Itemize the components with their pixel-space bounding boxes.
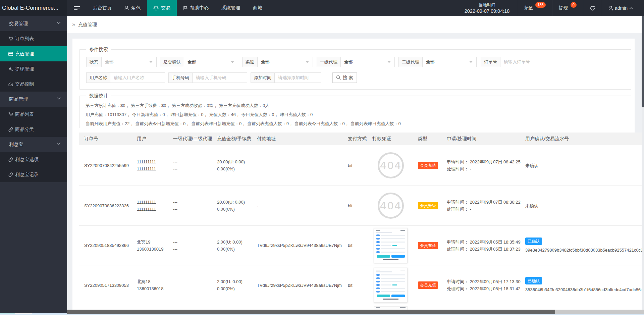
nav-item-roles[interactable]: 角色 <box>118 0 147 16</box>
process-time: 处理时间： 2022年09月05日 18:37:23 <box>447 246 521 253</box>
collapse-menu-button[interactable] <box>67 0 87 16</box>
recharge-amount: 20.00(U: 0.00) <box>217 158 245 165</box>
card-icon <box>8 52 13 56</box>
select-agent-level2[interactable]: 二级代理全部 <box>398 57 477 67</box>
sidebar-group-lixibao[interactable]: 利息宝 <box>0 137 67 152</box>
sidebar-group-goods-manage[interactable]: 商品管理 <box>0 92 67 107</box>
agent-level2-value: --- <box>173 165 177 172</box>
order-number: SY2209051713309053 <box>84 265 129 305</box>
sidebar-item-trade-control[interactable]: 交易控制 <box>0 76 67 92</box>
payment-address: - <box>257 186 258 225</box>
agent-level2-value: --- <box>173 206 177 213</box>
table-header: 订单号用户一级代理/二级代理充值金额/手续费付款地址支付方式打款凭证类型申请/处… <box>79 133 642 145</box>
table-row: SY2209070842255599111111111111111111----… <box>79 145 642 186</box>
sidebar-item-recharge-manage[interactable]: 充值管理 <box>0 46 67 61</box>
nav-item-trade[interactable]: 交易 <box>147 0 177 16</box>
search-button[interactable]: 搜 索 <box>332 72 357 83</box>
withdraw-badge: 0 <box>571 2 577 8</box>
nav-item-label: 交易 <box>161 5 170 11</box>
voucher-thumbnail[interactable] <box>374 268 408 303</box>
username-input[interactable] <box>110 73 165 83</box>
apply-time: 申请时间： 2022年09月07日 08:42:25 <box>447 158 521 165</box>
nav-item-system[interactable]: 系统管理 <box>215 0 247 16</box>
add-time-input[interactable] <box>275 73 321 83</box>
sidebar-item-label: 交易控制 <box>15 81 34 87</box>
person-icon <box>124 6 129 10</box>
column-header-order: 订单号 <box>84 133 98 145</box>
order-no-input[interactable] <box>500 57 555 67</box>
recharge-amount: 2.00(U: 0.00) <box>217 278 243 285</box>
column-header-address: 付款地址 <box>257 133 276 145</box>
nav-item-home[interactable]: 后台首页 <box>87 0 118 16</box>
voucher-404-placeholder: 404 <box>378 152 404 178</box>
column-header-voucher: 打款凭证 <box>372 133 391 145</box>
vertical-scrollbar[interactable] <box>642 16 644 315</box>
agents-cell: ------ <box>173 145 177 186</box>
horizontal-scrollbar-thumb[interactable] <box>67 310 555 314</box>
nav-item-help[interactable]: 帮助中心 <box>177 0 215 16</box>
select-label: 一级代理 <box>317 57 341 67</box>
sidebar-item-withdraw-manage[interactable]: 提现管理 <box>0 61 67 76</box>
chevron-down-icon <box>231 61 234 63</box>
sidebar-item-goods-category[interactable]: 商品分类 <box>0 122 67 137</box>
column-header-time: 申请/处理时间 <box>447 133 476 145</box>
top-navbar: Global E-Commerce... 后台首页角色交易帮助中心系统管理商城 … <box>0 0 644 16</box>
chevron-down-icon <box>469 61 473 63</box>
user-phone: 111111111 <box>137 165 156 172</box>
recharge-nav-label: 充值 <box>524 5 533 11</box>
chevron-down-icon <box>306 61 309 63</box>
select-confirmed[interactable]: 是否确认全部 <box>160 57 238 67</box>
select-agent-level1[interactable]: 一级代理全部 <box>317 57 395 67</box>
type-badge: 会员充值 <box>418 242 438 249</box>
sidebar-item-lixibao-options[interactable]: 利息宝选项 <box>0 152 67 167</box>
column-header-amount: 充值金额/手续费 <box>217 133 251 145</box>
sidebar-item-lixibao-records[interactable]: 利息宝记录 <box>0 167 67 182</box>
confirm-badge: 已确认 <box>525 238 542 245</box>
input-label: 手机号码 <box>169 73 193 83</box>
sidebar-group-label: 利息宝 <box>9 142 23 148</box>
vertical-scrollbar-thumb[interactable] <box>642 16 644 107</box>
refresh-button[interactable] <box>583 0 602 16</box>
sidebar-group-trade-manage[interactable]: 交易管理 <box>0 16 67 31</box>
stats-line-2: 用户充值：10113307， 今日新增充值：0， 昨日新增充值：0， 充值人数：… <box>86 112 313 117</box>
stats-line-1: 第三方累计充值：$0， 第三方手续费：$0， 第三方成功收款：0笔， 第三方充值… <box>86 103 269 108</box>
sidebar-item-goods-list[interactable]: 商品列表 <box>0 107 67 122</box>
column-header-agents: 一级代理/二级代理 <box>173 133 212 145</box>
refresh-icon <box>590 5 595 11</box>
confirm-cell: 已确认3536046b34f3e32904636db3b1f6d856cd3bf… <box>525 265 642 305</box>
user-phone: 13600136019 <box>137 246 164 253</box>
user-name: 111111111 <box>137 199 156 206</box>
input-label: 订单号 <box>481 57 500 67</box>
recharge-nav-button[interactable]: 充值135 <box>517 0 552 16</box>
horizontal-scrollbar[interactable] <box>67 310 644 314</box>
user-menu[interactable]: admin <box>602 0 639 16</box>
column-header-method: 支付方式 <box>348 133 367 145</box>
select-value: 全部 <box>102 57 156 67</box>
amount-cell: 20.00(U: 0.00)0.00(0%) <box>217 186 245 225</box>
type-cell: 会员充值 <box>418 226 438 265</box>
agents-cell: ------ <box>173 265 177 305</box>
confirm-status: 未确认 <box>525 162 538 169</box>
select-channel[interactable]: 渠道全部 <box>242 57 313 67</box>
sidebar-item-order-list[interactable]: 订单列表 <box>0 31 67 46</box>
page-title: 充值管理 <box>78 16 97 33</box>
voucher-thumbnail[interactable] <box>374 228 408 263</box>
user-phone: 111111111 <box>137 206 156 213</box>
username: admin <box>615 5 628 11</box>
type-badge: 会员充值 <box>418 162 438 169</box>
select-status[interactable]: 状态全部 <box>86 57 157 67</box>
time-cell: 申请时间： 2022年09月07日 08:42:25处理时间： - <box>447 145 521 186</box>
nav-item-label: 帮助中心 <box>190 5 209 11</box>
agent-level1-value: --- <box>173 239 177 246</box>
stats-fieldset-legend: 数据统计 <box>86 93 111 99</box>
nav-item-mall[interactable]: 商城 <box>247 0 269 16</box>
amount-cell: 2.00(U: 0.00)0.00(0%) <box>217 226 243 265</box>
column-header-user: 用户 <box>137 133 146 145</box>
withdraw-nav-button[interactable]: 提现0 <box>552 0 583 16</box>
link-icon <box>8 127 13 132</box>
user-icon <box>608 6 613 11</box>
sidebar: 交易管理订单列表充值管理提现管理交易控制商品管理商品列表商品分类利息宝利息宝选项… <box>0 16 67 313</box>
phone-input[interactable] <box>193 73 247 83</box>
order-number: SY2209051835492866 <box>84 226 129 265</box>
nav-item-label: 后台首页 <box>93 5 112 11</box>
